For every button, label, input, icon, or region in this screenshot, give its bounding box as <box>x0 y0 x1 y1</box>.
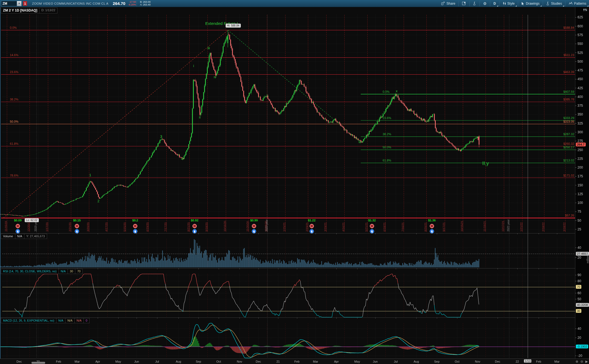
drawings-button[interactable]: Drawings <box>519 0 542 7</box>
last-price-axis-badge: 264.7 <box>576 143 586 146</box>
zoom-in-icon[interactable]: ⊕ <box>576 360 578 363</box>
price-pane-header: ZM 2 Y 1D [NASDAQ] D: 1/13/22 <box>1 8 57 13</box>
right-axis-border <box>575 7 575 364</box>
company-name: ZOOM VIDEO COMMUNICATIONS INC COM CL A <box>32 2 108 5</box>
alert-count-badge[interactable]: 1 <box>23 1 27 6</box>
timeframe-button[interactable]: D <box>491 0 499 7</box>
calendar-clock-icon <box>462 2 466 5</box>
left-axis-edge <box>0 7 1 359</box>
thinkorswim-chart-window: ZM ▼ 1 ZOOM VIDEO COMMUNICATIONS INC COM… <box>0 0 589 364</box>
patterns-button[interactable]: Patterns <box>566 0 589 7</box>
gear-icon: ⚙ <box>483 1 487 6</box>
chart-canvas[interactable] <box>0 7 589 364</box>
volume-pane-header: Volume N/A Y: 27,465,673 <box>1 234 47 239</box>
symbol-dropdown-button[interactable]: ▼ <box>17 1 22 6</box>
candle-style-icon <box>503 2 506 5</box>
bid-ask: B: 263.00A: 263.40 <box>140 1 151 6</box>
price-change: -17.50-6.20% <box>128 1 136 6</box>
last-price: 264.70 <box>113 1 125 6</box>
chart-menu-icon[interactable] <box>583 8 587 13</box>
share-button[interactable]: Share <box>438 0 458 7</box>
studies-button[interactable]: Studies <box>544 0 565 7</box>
time-axis[interactable] <box>0 359 589 364</box>
flask-icon <box>473 2 476 5</box>
volume-unit-label: millions <box>586 254 589 263</box>
chart-describer-button[interactable] <box>459 0 469 7</box>
share-icon <box>441 2 445 5</box>
rsi-param-30: 30 <box>68 269 75 274</box>
quick-study-button[interactable] <box>470 0 479 7</box>
macd-value-badge: -0.1902 <box>576 345 588 348</box>
volume-cursor-y: Y: 27,465,673 <box>24 234 47 239</box>
macd-na-2: N/A <box>65 318 74 323</box>
time-scrollbar-thumb[interactable] <box>31 362 45 364</box>
rsi-value-badge: 40.3208 <box>576 303 589 307</box>
macd-na-3: N/A <box>74 318 84 323</box>
cursor-date: D: 1/13/22 <box>39 8 57 13</box>
macd-pane-header: MACD (12, 26, 9, EXPONENTIAL, no) N/A N/… <box>1 318 89 323</box>
rsi-param-70: 70 <box>75 269 83 274</box>
zoom-out-icon[interactable]: ⊖ <box>581 360 583 363</box>
volume-na: N/A <box>15 234 24 239</box>
chart-nav-controls: ⊕ ⊖ ▶ <box>576 360 588 363</box>
rsi-na: N/A <box>59 269 68 274</box>
symbol-box: ZM ▼ <box>1 1 22 6</box>
macd-title[interactable]: MACD (12, 26, 9, EXPONENTIAL, no) <box>1 318 56 323</box>
cursor-icon <box>521 2 524 5</box>
patterns-icon <box>569 2 573 5</box>
rsi-overbought-badge: 70 <box>576 285 581 289</box>
chart-title: ZM 2 Y 1D [NASDAQ] <box>1 8 39 13</box>
rsi-oversold-badge: 30 <box>576 309 581 313</box>
symbol-input[interactable]: ZM <box>1 1 17 6</box>
pan-icon[interactable]: ▶ <box>585 360 588 363</box>
rsi-pane-header: RSI (14, 70, 30, CLOSE, WILDERS, no) N/A… <box>1 269 83 274</box>
settings-button[interactable]: ⚙ <box>480 0 489 7</box>
macd-zero-param: 0 <box>83 318 89 323</box>
macd-na-1: N/A <box>56 318 65 323</box>
top-toolbar: ZM ▼ 1 ZOOM VIDEO COMMUNICATIONS INC COM… <box>0 0 589 7</box>
cursor-date-badge: 1/13 <box>524 359 531 363</box>
volume-title[interactable]: Volume <box>1 234 15 239</box>
studies-flask-icon <box>546 2 550 5</box>
style-button[interactable]: Style <box>500 0 518 7</box>
rsi-title[interactable]: RSI (14, 70, 30, CLOSE, WILDERS, no) <box>1 269 59 274</box>
